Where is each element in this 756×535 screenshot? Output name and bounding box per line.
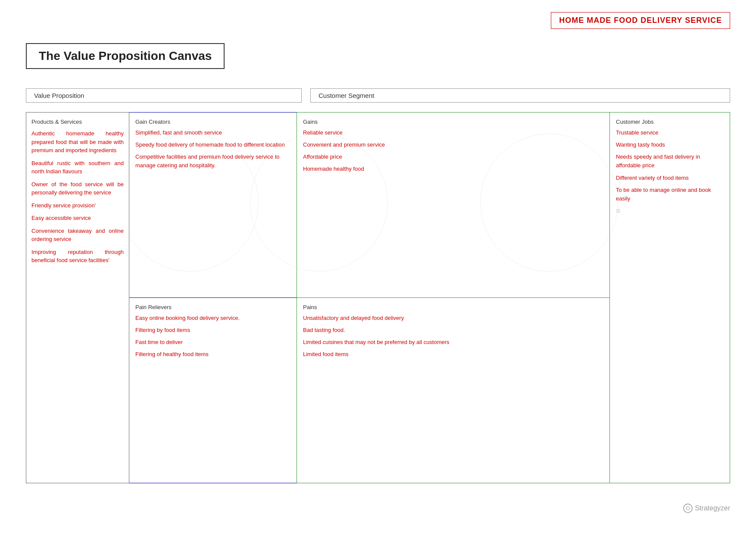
value-proposition-label: Value Proposition [26, 88, 302, 103]
customer-jobs-label: Customer Jobs [616, 119, 724, 125]
products-item-6: Improving reputation through beneficial … [31, 248, 124, 265]
svg-point-0 [684, 504, 692, 513]
canvas-title-box: The Value Proposition Canvas [26, 43, 225, 69]
gains-label: Gains [303, 119, 603, 125]
canvas-area: Products & Services Authentic homemade h… [26, 112, 730, 483]
gain-item-2: Competitive facilities and premium food … [135, 153, 291, 170]
gains-item-1: Convenient and premium service [303, 141, 603, 149]
gains-pains-panel: Gains Reliable service Convenient and pr… [297, 112, 610, 483]
header-box: HOME MADE FOOD DELIVERY SERVICE [551, 12, 730, 29]
customer-jobs-panel: Customer Jobs Trustable service Wanting … [609, 112, 730, 483]
gain-item-0: Simplified, fast and smooth service [135, 128, 291, 137]
customer-jobs-item-4: To be able to manage online and book eas… [616, 186, 724, 203]
pain-rel-item-3: Filtering of healthy food items [135, 350, 291, 359]
customer-jobs-item-2: Needs speedy and fast delivery in afford… [616, 153, 724, 170]
pain-relievers-panel: Pain Relievers Easy online booking food … [129, 298, 297, 483]
gains-item-3: Homemade healthy food [303, 165, 603, 173]
pains-label: Pains [303, 304, 603, 310]
page-wrapper: HOME MADE FOOD DELIVERY SERVICE The Valu… [0, 0, 756, 535]
strategyzer-logo: Strategyzer [683, 503, 730, 513]
customer-jobs-item-3: Different variety of food items [616, 174, 724, 182]
pain-relievers-label: Pain Relievers [135, 304, 291, 310]
middle-panel: Gain Creators Simplified, fast and smoot… [129, 112, 297, 483]
products-item-1: Beautiful rustic with southern and north… [31, 159, 124, 176]
pains-item-2: Limited cuisines that may not be preferr… [303, 338, 603, 347]
products-item-0: Authentic homemade healthy prepared food… [31, 129, 124, 155]
canvas-title: The Value Proposition Canvas [39, 49, 212, 63]
section-labels: Value Proposition Customer Segment [26, 88, 730, 103]
products-item-2: Owner of the food service will be person… [31, 180, 124, 197]
svg-point-1 [686, 507, 690, 510]
gain-item-1: Speedy food delivery of homemade food to… [135, 141, 291, 149]
pains-panel: Pains Unsatisfactory and delayed food de… [297, 298, 609, 483]
strategyzer-text: Strategyzer [695, 504, 730, 512]
products-services-panel: Products & Services Authentic homemade h… [26, 112, 129, 483]
pains-item-1: Bad tasting food. [303, 326, 603, 335]
list-icon: ≡ [616, 206, 724, 216]
customer-jobs-item-1: Wanting tasty foods [616, 141, 724, 149]
products-item-4: Easy accessible service [31, 214, 124, 222]
products-services-label: Products & Services [31, 119, 124, 125]
pain-rel-item-0: Easy online booking food delivery servic… [135, 314, 291, 322]
customer-jobs-item-0: Trustable service [616, 128, 724, 137]
customer-segment-section: Gains Reliable service Convenient and pr… [297, 112, 730, 483]
gains-item-2: Affordable price [303, 153, 603, 161]
pain-rel-item-1: Filtering by food items [135, 326, 291, 335]
gain-creators-panel: Gain Creators Simplified, fast and smoot… [129, 113, 297, 298]
products-item-5: Convenience takeaway and online ordering… [31, 227, 124, 244]
gain-creators-label: Gain Creators [135, 119, 291, 125]
gains-item-0: Reliable service [303, 128, 603, 137]
pains-item-3: Limited food items [303, 350, 603, 359]
pain-rel-item-2: Fast time to deliver [135, 338, 291, 347]
header-title: HOME MADE FOOD DELIVERY SERVICE [559, 16, 722, 25]
strategyzer-icon [683, 503, 693, 513]
gains-panel: Gains Reliable service Convenient and pr… [297, 113, 609, 298]
customer-segment-label: Customer Segment [310, 88, 730, 103]
products-item-3: Friendly service provision' [31, 201, 124, 210]
pains-item-0: Unsatisfactory and delayed food delivery [303, 314, 603, 322]
